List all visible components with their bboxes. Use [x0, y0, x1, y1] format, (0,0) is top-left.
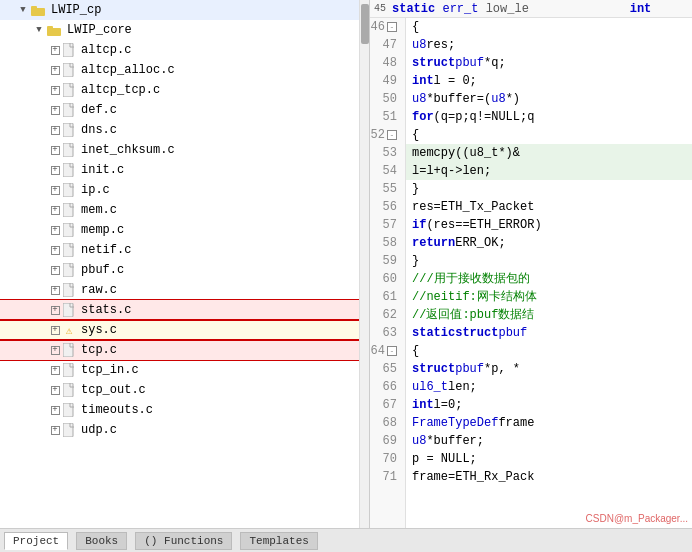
- expand-icon-tcp_out[interactable]: +: [48, 383, 62, 397]
- expand-icon-altcp_alloc[interactable]: +: [48, 63, 62, 77]
- tree-scrollbar[interactable]: [359, 0, 369, 528]
- expand-icon-altcp[interactable]: +: [48, 43, 62, 57]
- line-num-58: 58: [370, 234, 401, 252]
- expand-icon-raw[interactable]: +: [48, 283, 62, 297]
- tree-item-sys[interactable]: +⚠sys.c: [0, 320, 359, 340]
- code-line-66[interactable]: ul6_t len;: [406, 378, 692, 396]
- tree-item-def[interactable]: +def.c: [0, 100, 359, 120]
- svg-rect-1: [31, 6, 37, 10]
- code-line-58[interactable]: return ERR_OK;: [406, 234, 692, 252]
- code-line-64[interactable]: {: [406, 342, 692, 360]
- tree-item-lwip_cp[interactable]: ▼LWIP_cp: [0, 0, 359, 20]
- code-line-55[interactable]: }: [406, 180, 692, 198]
- folder-icon-lwip_cp: [30, 4, 46, 16]
- code-lines[interactable]: { u8 res; struct pbuf *q; int l = 0; u8 …: [406, 18, 692, 528]
- tree-item-inet_chksum[interactable]: +inet_chksum.c: [0, 140, 359, 160]
- expand-icon-pbuf[interactable]: +: [48, 263, 62, 277]
- tree-scrollbar-thumb: [361, 4, 369, 44]
- file-tree-content[interactable]: ▼LWIP_cp▼LWIP_core+altcp.c+altcp_alloc.c…: [0, 0, 359, 528]
- tree-item-tcp_in[interactable]: +tcp_in.c: [0, 360, 359, 380]
- tab-templates[interactable]: Templates: [240, 532, 317, 550]
- expand-icon-init[interactable]: +: [48, 163, 62, 177]
- code-line-69[interactable]: u8 *buffer;: [406, 432, 692, 450]
- expand-icon-sys[interactable]: +: [48, 323, 62, 337]
- code-line-52[interactable]: {: [406, 126, 692, 144]
- file-icon-udp: [62, 423, 76, 437]
- line-num-67: 67: [370, 396, 401, 414]
- code-line-56[interactable]: res=ETH_Tx_Packet: [406, 198, 692, 216]
- line-num-68: 68: [370, 414, 401, 432]
- code-line-46[interactable]: {: [406, 18, 692, 36]
- code-line-59[interactable]: }: [406, 252, 692, 270]
- code-line-70[interactable]: p = NULL;: [406, 450, 692, 468]
- code-line-71[interactable]: frame=ETH_Rx_Pack: [406, 468, 692, 486]
- tree-item-raw[interactable]: +raw.c: [0, 280, 359, 300]
- expand-icon-inet_chksum[interactable]: +: [48, 143, 62, 157]
- tree-item-tcp[interactable]: +tcp.c: [0, 340, 359, 360]
- tree-item-init[interactable]: +init.c: [0, 160, 359, 180]
- expand-icon-memp[interactable]: +: [48, 223, 62, 237]
- code-line-47[interactable]: u8 res;: [406, 36, 692, 54]
- tree-item-lwip_core[interactable]: ▼LWIP_core: [0, 20, 359, 40]
- expand-icon-tcp[interactable]: +: [48, 343, 62, 357]
- tab-books[interactable]: Books: [76, 532, 127, 550]
- code-line-61[interactable]: //neitif:网卡结构体: [406, 288, 692, 306]
- tree-item-ip[interactable]: +ip.c: [0, 180, 359, 200]
- item-label-pbuf: pbuf.c: [81, 263, 124, 277]
- code-line-67[interactable]: int l=0;: [406, 396, 692, 414]
- code-line-54[interactable]: l=l+q->len;: [406, 162, 692, 180]
- tree-item-memp[interactable]: +memp.c: [0, 220, 359, 240]
- expand-icon-udp[interactable]: +: [48, 423, 62, 437]
- tree-item-tcp_out[interactable]: +tcp_out.c: [0, 380, 359, 400]
- svg-rect-5: [63, 63, 73, 77]
- expand-icon-lwip_cp[interactable]: ▼: [16, 3, 30, 17]
- tree-item-timeouts[interactable]: +timeouts.c: [0, 400, 359, 420]
- tree-item-netif[interactable]: +netif.c: [0, 240, 359, 260]
- line-num-63: 63: [370, 324, 401, 342]
- code-line-48[interactable]: struct pbuf *q;: [406, 54, 692, 72]
- code-line-68[interactable]: FrameTypeDef frame: [406, 414, 692, 432]
- tree-item-stats[interactable]: +stats.c: [0, 300, 359, 320]
- watermark: CSDN@m_Packager...: [586, 513, 688, 524]
- tab-functions[interactable]: () Functions: [135, 532, 232, 550]
- main-container: ▼LWIP_cp▼LWIP_core+altcp.c+altcp_alloc.c…: [0, 0, 692, 528]
- code-line-63[interactable]: static struct pbuf: [406, 324, 692, 342]
- tree-item-pbuf[interactable]: +pbuf.c: [0, 260, 359, 280]
- tree-item-altcp_alloc[interactable]: +altcp_alloc.c: [0, 60, 359, 80]
- expand-icon-tcp_in[interactable]: +: [48, 363, 62, 377]
- fold-icon-64[interactable]: -: [387, 346, 397, 356]
- tree-item-dns[interactable]: +dns.c: [0, 120, 359, 140]
- tree-item-udp[interactable]: +udp.c: [0, 420, 359, 440]
- fold-icon-52[interactable]: -: [387, 130, 397, 140]
- fold-icon-46[interactable]: -: [387, 22, 397, 32]
- expand-icon-def[interactable]: +: [48, 103, 62, 117]
- code-line-53[interactable]: memcpy((u8_t*)&: [406, 144, 692, 162]
- expand-icon-ip[interactable]: +: [48, 183, 62, 197]
- expand-icon-stats[interactable]: +: [48, 303, 62, 317]
- item-label-sys: sys.c: [81, 323, 117, 337]
- expand-icon-dns[interactable]: +: [48, 123, 62, 137]
- item-label-lwip_cp: LWIP_cp: [51, 3, 101, 17]
- code-line-50[interactable]: u8 *buffer=(u8 *): [406, 90, 692, 108]
- svg-rect-15: [63, 263, 73, 277]
- svg-rect-3: [47, 26, 53, 30]
- item-label-altcp_alloc: altcp_alloc.c: [81, 63, 175, 77]
- tab-project[interactable]: Project: [4, 532, 68, 550]
- code-line-62[interactable]: //返回值:pbuf数据结: [406, 306, 692, 324]
- tree-item-mem[interactable]: +mem.c: [0, 200, 359, 220]
- svg-rect-14: [63, 243, 73, 257]
- expand-icon-lwip_core[interactable]: ▼: [32, 23, 46, 37]
- code-line-57[interactable]: if(res==ETH_ERROR): [406, 216, 692, 234]
- expand-icon-netif[interactable]: +: [48, 243, 62, 257]
- expand-icon-timeouts[interactable]: +: [48, 403, 62, 417]
- svg-rect-11: [63, 183, 73, 197]
- code-line-60[interactable]: ///用于接收数据包的: [406, 270, 692, 288]
- expand-icon-altcp_tcp[interactable]: +: [48, 83, 62, 97]
- code-line-65[interactable]: struct pbuf *p, *: [406, 360, 692, 378]
- expand-icon-mem[interactable]: +: [48, 203, 62, 217]
- tree-item-altcp[interactable]: +altcp.c: [0, 40, 359, 60]
- code-line-51[interactable]: for(q=p;q!=NULL;q: [406, 108, 692, 126]
- tree-item-altcp_tcp[interactable]: +altcp_tcp.c: [0, 80, 359, 100]
- code-line-49[interactable]: int l = 0;: [406, 72, 692, 90]
- warning-icon-sys: ⚠: [62, 323, 76, 337]
